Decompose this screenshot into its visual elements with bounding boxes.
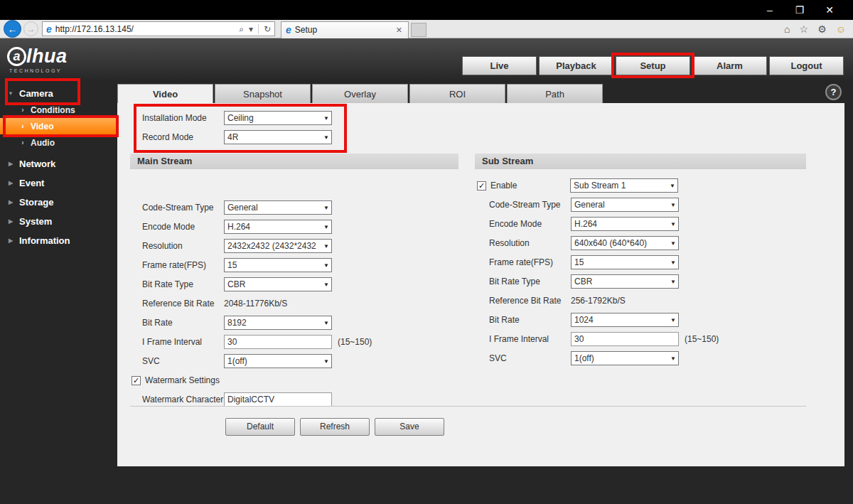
installation-mode-select[interactable]: Ceiling xyxy=(224,111,332,125)
favorites-star-icon[interactable]: ☆ xyxy=(800,23,809,35)
video-settings-panel: Installation Mode Ceiling Record Mode 4R… xyxy=(117,103,844,466)
sub-stream-enable-select[interactable]: Sub Stream 1 xyxy=(570,178,678,193)
tab-overlay[interactable]: Overlay xyxy=(312,84,408,103)
field-row: Resolution 2432x2432 (2432*2432 xyxy=(142,239,458,253)
main-i-frame-interval-input[interactable]: 30 xyxy=(224,335,332,349)
app-header: alhua TECHNOLOGY Live Playback Setup Ala… xyxy=(0,38,853,81)
nav-logout-button[interactable]: Logout xyxy=(769,56,844,75)
home-icon[interactable]: ⌂ xyxy=(784,23,790,35)
restore-button[interactable]: ❐ xyxy=(785,4,815,16)
sidebar-item-event[interactable]: ▶ Event xyxy=(0,174,117,191)
main-svc-select[interactable]: 1(off) xyxy=(224,354,332,368)
section-title: Main Stream xyxy=(130,154,458,169)
sidebar-item-label: Network xyxy=(19,159,55,169)
window-title-bar: – ❐ ✕ xyxy=(0,0,853,20)
tab-roi[interactable]: ROI xyxy=(409,84,505,103)
tab-close-icon[interactable]: ✕ xyxy=(395,26,404,35)
tab-strip: Video Snapshot Overlay ROI Path ? xyxy=(117,81,844,103)
nav-alarm-button[interactable]: Alarm xyxy=(692,56,767,75)
gear-icon[interactable]: ⚙ xyxy=(817,23,827,35)
sidebar-item-conditions[interactable]: › Conditions xyxy=(0,102,117,118)
watermark-character-input[interactable]: DigitalCCTV xyxy=(224,392,332,407)
address-bar[interactable]: e http://172.16.13.145/ ⌕ ▾ ↻ xyxy=(42,21,275,36)
field-row: Resolution 640x640 (640*640) xyxy=(489,236,806,250)
url-text[interactable]: http://172.16.13.145/ xyxy=(55,24,239,34)
sub-svc-select[interactable]: 1(off) xyxy=(571,351,679,365)
sub-stream-section: Sub Stream Enable Sub Stream 1 Code-Stre… xyxy=(475,154,806,370)
sidebar-item-label: System xyxy=(19,216,52,227)
sub-code-stream-type-select[interactable]: General xyxy=(571,198,679,212)
sidebar-item-label: Conditions xyxy=(31,105,75,115)
field-row: I Frame Interval 30 (15~150) xyxy=(142,335,458,349)
sub-bit-rate-select[interactable]: 1024 xyxy=(571,313,679,327)
sidebar-item-network[interactable]: ▶ Network xyxy=(0,155,117,172)
ie-page-icon: e xyxy=(46,23,52,35)
close-button[interactable]: ✕ xyxy=(815,4,844,16)
record-mode-select[interactable]: 4R xyxy=(224,130,332,144)
main-stream-section: Main Stream Code-Stream Type General Enc… xyxy=(130,154,458,407)
browser-tab-setup[interactable]: e Setup ✕ xyxy=(281,21,409,38)
tab-video[interactable]: Video xyxy=(117,84,213,103)
help-icon[interactable]: ? xyxy=(825,84,842,100)
chevron-collapsed-icon: ▶ xyxy=(7,199,14,205)
tab-path[interactable]: Path xyxy=(507,84,603,103)
browser-back-button[interactable]: ← xyxy=(4,20,21,38)
field-row: Bit Rate Type CBR xyxy=(489,274,806,289)
tab-snapshot[interactable]: Snapshot xyxy=(215,84,311,103)
sub-arrow-icon: › xyxy=(19,106,26,114)
refresh-icon[interactable]: ↻ xyxy=(264,24,271,34)
nav-playback-button[interactable]: Playback xyxy=(539,56,613,75)
main-frame-rate-select[interactable]: 15 xyxy=(224,258,332,272)
sidebar-item-audio[interactable]: › Audio xyxy=(0,134,117,151)
new-tab-button[interactable] xyxy=(411,23,426,37)
field-row: Bit Rate 8192 xyxy=(142,316,458,330)
field-row: Reference Bit Rate 256-1792Kb/S xyxy=(489,294,806,308)
field-label: Installation Mode xyxy=(142,113,224,123)
main-code-stream-type-select[interactable]: General xyxy=(224,200,332,215)
sidebar-item-video[interactable]: › Video xyxy=(0,118,117,134)
browser-forward-button[interactable]: → xyxy=(23,21,38,36)
top-nav: Live Playback Setup Alarm Logout xyxy=(462,56,844,75)
field-row: Watermark Character DigitalCCTV xyxy=(130,392,458,407)
minimize-button[interactable]: – xyxy=(755,4,785,16)
main-bit-rate-type-select[interactable]: CBR xyxy=(224,277,332,291)
sub-frame-rate-select[interactable]: 15 xyxy=(571,255,679,269)
main-bit-rate-select[interactable]: 8192 xyxy=(224,316,332,330)
action-buttons: Default Refresh Save xyxy=(225,418,444,436)
nav-setup-button[interactable]: Setup xyxy=(616,56,690,75)
sub-i-frame-interval-input[interactable]: 30 xyxy=(571,332,679,346)
sidebar-item-camera[interactable]: ▼ Camera xyxy=(0,85,117,102)
sidebar-item-label: Video xyxy=(31,122,53,132)
sidebar-item-system[interactable]: ▶ System xyxy=(0,213,117,230)
chevron-down-icon[interactable]: ▾ xyxy=(249,24,253,34)
range-hint: (15~150) xyxy=(338,337,372,347)
feedback-smiley-icon[interactable]: ☺ xyxy=(836,23,846,35)
sidebar-item-label: Event xyxy=(19,178,44,188)
save-button[interactable]: Save xyxy=(375,418,444,436)
sub-resolution-select[interactable]: 640x640 (640*640) xyxy=(571,236,679,250)
sub-bit-rate-type-select[interactable]: CBR xyxy=(571,274,679,289)
sub-encode-mode-select[interactable]: H.264 xyxy=(571,217,679,231)
mode-form: Installation Mode Ceiling Record Mode 4R xyxy=(142,111,332,149)
watermark-settings-checkbox[interactable] xyxy=(132,376,141,385)
divider xyxy=(258,24,259,34)
main-resolution-select[interactable]: 2432x2432 (2432*2432 xyxy=(224,239,332,253)
field-row: Bit Rate Type CBR xyxy=(142,277,458,291)
dahua-logo: alhua TECHNOLOGY xyxy=(7,45,68,73)
search-icon[interactable]: ⌕ xyxy=(239,24,244,34)
default-button[interactable]: Default xyxy=(225,418,295,436)
field-row: Code-Stream Type General xyxy=(489,198,806,212)
sidebar-item-information[interactable]: ▶ Information xyxy=(0,232,117,249)
sidebar-item-storage[interactable]: ▶ Storage xyxy=(0,193,117,210)
sub-arrow-icon: › xyxy=(19,139,26,146)
enable-label: Enable xyxy=(490,181,570,191)
section-title: Sub Stream xyxy=(475,154,806,169)
logo-letter: a xyxy=(7,47,26,66)
sub-stream-enable-checkbox[interactable] xyxy=(477,181,486,191)
field-row: Record Mode 4R xyxy=(142,130,332,144)
main-encode-mode-select[interactable]: H.264 xyxy=(224,220,332,234)
nav-live-button[interactable]: Live xyxy=(462,56,537,75)
chevron-collapsed-icon: ▶ xyxy=(7,218,14,225)
refresh-button[interactable]: Refresh xyxy=(300,418,370,436)
chevron-collapsed-icon: ▶ xyxy=(7,161,14,167)
